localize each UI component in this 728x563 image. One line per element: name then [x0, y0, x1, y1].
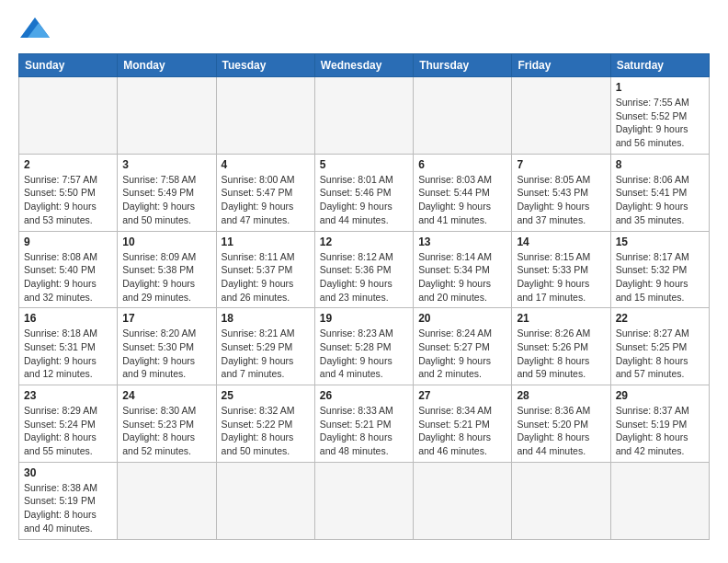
- day-info: Sunrise: 8:32 AMSunset: 5:22 PMDaylight:…: [222, 404, 310, 458]
- calendar-cell: 25Sunrise: 8:32 AMSunset: 5:22 PMDayligh…: [216, 385, 314, 463]
- calendar-week-row: 9Sunrise: 8:08 AMSunset: 5:40 PMDaylight…: [19, 231, 710, 308]
- calendar-cell: 7Sunrise: 8:05 AMSunset: 5:43 PMDaylight…: [512, 154, 610, 231]
- day-number: 29: [616, 389, 704, 402]
- calendar-cell: [19, 77, 118, 155]
- day-info: Sunrise: 8:15 AMSunset: 5:33 PMDaylight:…: [517, 250, 605, 304]
- day-info: Sunrise: 8:29 AMSunset: 5:24 PMDaylight:…: [24, 404, 112, 458]
- calendar-cell: [118, 77, 216, 155]
- day-info: Sunrise: 8:00 AMSunset: 5:47 PMDaylight:…: [222, 173, 310, 227]
- day-number: 14: [517, 236, 605, 248]
- calendar-cell: 20Sunrise: 8:24 AMSunset: 5:27 PMDayligh…: [414, 308, 512, 385]
- day-number: 15: [616, 236, 704, 248]
- calendar-cell: [512, 77, 610, 155]
- day-info: Sunrise: 8:11 AMSunset: 5:37 PMDaylight:…: [222, 250, 310, 304]
- day-info: Sunrise: 8:06 AMSunset: 5:41 PMDaylight:…: [616, 173, 704, 227]
- day-number: 21: [517, 312, 605, 325]
- calendar-header-sunday: Sunday: [19, 54, 118, 77]
- day-info: Sunrise: 8:12 AMSunset: 5:36 PMDaylight:…: [320, 250, 408, 304]
- calendar-week-row: 2Sunrise: 7:57 AMSunset: 5:50 PMDaylight…: [19, 154, 710, 231]
- calendar-cell: 14Sunrise: 8:15 AMSunset: 5:33 PMDayligh…: [512, 231, 610, 308]
- page: SundayMondayTuesdayWednesdayThursdayFrid…: [0, 0, 728, 557]
- calendar-cell: 29Sunrise: 8:37 AMSunset: 5:19 PMDayligh…: [610, 385, 709, 463]
- calendar-cell: 4Sunrise: 8:00 AMSunset: 5:47 PMDaylight…: [216, 154, 314, 231]
- calendar-cell: [414, 462, 512, 539]
- calendar-cell: 30Sunrise: 8:38 AMSunset: 5:19 PMDayligh…: [19, 462, 118, 539]
- day-info: Sunrise: 8:21 AMSunset: 5:29 PMDaylight:…: [222, 327, 310, 381]
- calendar-cell: 19Sunrise: 8:23 AMSunset: 5:28 PMDayligh…: [314, 308, 413, 385]
- day-info: Sunrise: 8:36 AMSunset: 5:20 PMDaylight:…: [517, 404, 605, 458]
- calendar-cell: 18Sunrise: 8:21 AMSunset: 5:29 PMDayligh…: [216, 308, 314, 385]
- calendar-cell: 22Sunrise: 8:27 AMSunset: 5:25 PMDayligh…: [610, 308, 709, 385]
- day-number: 2: [24, 158, 112, 171]
- day-number: 26: [320, 389, 408, 402]
- day-number: 4: [222, 158, 310, 171]
- calendar-cell: 11Sunrise: 8:11 AMSunset: 5:37 PMDayligh…: [216, 231, 314, 308]
- day-number: 23: [24, 389, 112, 402]
- day-number: 22: [616, 312, 704, 325]
- calendar-cell: 21Sunrise: 8:26 AMSunset: 5:26 PMDayligh…: [512, 308, 610, 385]
- calendar-cell: 9Sunrise: 8:08 AMSunset: 5:40 PMDaylight…: [19, 231, 118, 308]
- calendar-week-row: 23Sunrise: 8:29 AMSunset: 5:24 PMDayligh…: [19, 385, 710, 463]
- day-info: Sunrise: 8:08 AMSunset: 5:40 PMDaylight:…: [24, 250, 112, 304]
- calendar-cell: [610, 462, 709, 539]
- day-number: 7: [517, 158, 605, 171]
- calendar-week-row: 16Sunrise: 8:18 AMSunset: 5:31 PMDayligh…: [19, 308, 710, 385]
- calendar-week-row: 1Sunrise: 7:55 AMSunset: 5:52 PMDaylight…: [19, 77, 710, 155]
- day-number: 27: [418, 389, 506, 402]
- calendar: SundayMondayTuesdayWednesdayThursdayFrid…: [18, 53, 710, 540]
- logo: [18, 17, 50, 44]
- calendar-header-friday: Friday: [512, 54, 610, 77]
- calendar-cell: 13Sunrise: 8:14 AMSunset: 5:34 PMDayligh…: [414, 231, 512, 308]
- day-number: 13: [418, 236, 506, 248]
- day-number: 12: [320, 236, 408, 248]
- day-number: 3: [122, 158, 210, 171]
- calendar-cell: 2Sunrise: 7:57 AMSunset: 5:50 PMDaylight…: [19, 154, 118, 231]
- day-info: Sunrise: 8:34 AMSunset: 5:21 PMDaylight:…: [418, 404, 506, 458]
- calendar-header-saturday: Saturday: [610, 54, 709, 77]
- calendar-header-tuesday: Tuesday: [216, 54, 314, 77]
- calendar-cell: 15Sunrise: 8:17 AMSunset: 5:32 PMDayligh…: [610, 231, 709, 308]
- day-info: Sunrise: 8:30 AMSunset: 5:23 PMDaylight:…: [122, 404, 210, 458]
- day-number: 19: [320, 312, 408, 325]
- day-info: Sunrise: 8:05 AMSunset: 5:43 PMDaylight:…: [517, 173, 605, 227]
- calendar-cell: 5Sunrise: 8:01 AMSunset: 5:46 PMDaylight…: [314, 154, 413, 231]
- day-number: 25: [222, 389, 310, 402]
- calendar-cell: 16Sunrise: 8:18 AMSunset: 5:31 PMDayligh…: [19, 308, 118, 385]
- day-info: Sunrise: 8:20 AMSunset: 5:30 PMDaylight:…: [122, 327, 210, 381]
- calendar-week-row: 30Sunrise: 8:38 AMSunset: 5:19 PMDayligh…: [19, 462, 710, 539]
- day-number: 10: [122, 236, 210, 248]
- calendar-header-thursday: Thursday: [414, 54, 512, 77]
- day-number: 24: [122, 389, 210, 402]
- day-number: 17: [122, 312, 210, 325]
- calendar-cell: [314, 462, 413, 539]
- day-info: Sunrise: 7:58 AMSunset: 5:49 PMDaylight:…: [122, 173, 210, 227]
- calendar-cell: 12Sunrise: 8:12 AMSunset: 5:36 PMDayligh…: [314, 231, 413, 308]
- calendar-cell: [414, 77, 512, 155]
- day-number: 30: [24, 466, 112, 479]
- day-info: Sunrise: 8:01 AMSunset: 5:46 PMDaylight:…: [320, 173, 408, 227]
- day-info: Sunrise: 8:03 AMSunset: 5:44 PMDaylight:…: [418, 173, 506, 227]
- logo-icon: [20, 17, 50, 39]
- calendar-cell: [216, 77, 314, 155]
- day-number: 9: [24, 236, 112, 248]
- calendar-cell: 10Sunrise: 8:09 AMSunset: 5:38 PMDayligh…: [118, 231, 216, 308]
- calendar-cell: 28Sunrise: 8:36 AMSunset: 5:20 PMDayligh…: [512, 385, 610, 463]
- calendar-cell: 23Sunrise: 8:29 AMSunset: 5:24 PMDayligh…: [19, 385, 118, 463]
- day-number: 6: [418, 158, 506, 171]
- day-info: Sunrise: 8:17 AMSunset: 5:32 PMDaylight:…: [616, 250, 704, 304]
- day-info: Sunrise: 8:23 AMSunset: 5:28 PMDaylight:…: [320, 327, 408, 381]
- calendar-header-monday: Monday: [118, 54, 216, 77]
- calendar-cell: [512, 462, 610, 539]
- calendar-cell: [314, 77, 413, 155]
- day-number: 8: [616, 158, 704, 171]
- calendar-header-wednesday: Wednesday: [314, 54, 413, 77]
- day-info: Sunrise: 8:37 AMSunset: 5:19 PMDaylight:…: [616, 404, 704, 458]
- day-number: 28: [517, 389, 605, 402]
- day-number: 16: [24, 312, 112, 325]
- calendar-cell: 8Sunrise: 8:06 AMSunset: 5:41 PMDaylight…: [610, 154, 709, 231]
- day-number: 5: [320, 158, 408, 171]
- day-info: Sunrise: 8:14 AMSunset: 5:34 PMDaylight:…: [418, 250, 506, 304]
- calendar-cell: 24Sunrise: 8:30 AMSunset: 5:23 PMDayligh…: [118, 385, 216, 463]
- day-info: Sunrise: 8:18 AMSunset: 5:31 PMDaylight:…: [24, 327, 112, 381]
- day-number: 11: [222, 236, 310, 248]
